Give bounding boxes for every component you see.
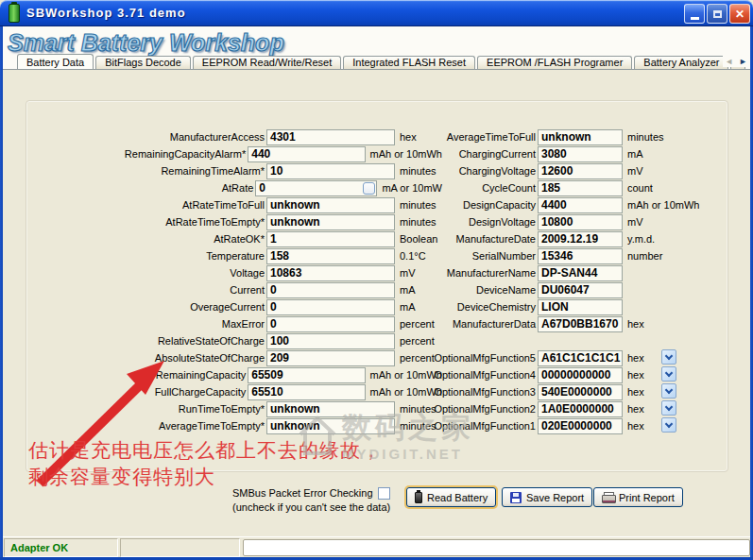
field-label: AverageTimeToEmpty* xyxy=(55,420,265,432)
floppy-disk-icon xyxy=(510,492,522,503)
field-value-input[interactable]: 12600 xyxy=(538,163,623,179)
field-row-cyclecount: CycleCount185count xyxy=(378,179,709,196)
field-unit: number xyxy=(627,250,662,262)
chevron-down-icon xyxy=(665,402,673,410)
field-value-input[interactable]: 15346 xyxy=(538,248,623,264)
print-report-button[interactable]: Print Report xyxy=(593,487,683,507)
chevron-down-icon xyxy=(665,385,673,393)
field-unit: mV xyxy=(627,216,643,228)
smbus-pec-checkbox[interactable] xyxy=(378,487,390,500)
field-value-input[interactable]: 209 xyxy=(266,350,395,366)
chevron-down-icon xyxy=(665,368,673,376)
field-row-optionalmfgfunction4: OptionalMfgFunction400000000000hex xyxy=(378,366,709,383)
field-label: OptionalMfgFunction1 xyxy=(378,420,536,432)
tab-battery-analyzer[interactable]: Battery Analyzer xyxy=(634,56,728,69)
field-unit: hex xyxy=(627,386,644,398)
tab-integrated-flash-reset[interactable]: Integrated FLASH Reset xyxy=(343,56,475,69)
field-value-input[interactable]: unknown xyxy=(538,129,623,145)
field-value-input[interactable]: unknown xyxy=(266,401,395,417)
dropdown-arrow-button[interactable] xyxy=(661,383,676,399)
dropdown-arrow-button[interactable] xyxy=(661,417,676,433)
field-value-input[interactable]: 3080 xyxy=(538,146,623,162)
field-label: AverageTimeToFull xyxy=(378,131,536,143)
field-value-input[interactable]: 0 xyxy=(266,316,395,332)
annotation-line1: 估计是充电电压怎么都上不去的缘故， xyxy=(28,437,382,464)
tab-eeprom-flash-programer[interactable]: EEPROM /FLASH Programer xyxy=(477,56,632,69)
field-value-input[interactable]: LION xyxy=(538,299,623,315)
maximize-button[interactable] xyxy=(707,4,727,24)
battery-icon xyxy=(415,492,422,503)
atrate-more-button[interactable] xyxy=(363,182,375,195)
field-value-input[interactable]: 1A0E0000000 xyxy=(538,401,623,417)
read-battery-button[interactable]: Read Battery xyxy=(406,487,496,507)
field-row-manufacturedate: ManufactureDate2009.12.19y.m.d. xyxy=(378,230,709,247)
field-label: DesignCapacity xyxy=(378,199,536,211)
window-title: SBWorkshop 3.71 demo xyxy=(26,6,186,20)
field-value-input[interactable]: 4400 xyxy=(538,197,623,213)
save-report-label: Save Report xyxy=(526,492,584,503)
field-value-input[interactable]: 440 xyxy=(248,146,365,162)
row-spacer xyxy=(378,332,709,349)
field-row-averagetimetofull: AverageTimeToFullunknownminutes xyxy=(378,128,709,145)
field-value-input[interactable]: unknown xyxy=(266,214,395,230)
tab-eeprom-read-write-reset[interactable]: EEPROM Read/Write/Reset xyxy=(193,56,341,69)
field-value-input[interactable]: 65510 xyxy=(248,384,365,400)
field-row-optionalmfgfunction3: OptionalMfgFunction3540E0000000hex xyxy=(378,383,709,400)
dropdown-arrow-button[interactable] xyxy=(661,349,676,365)
field-unit: mV xyxy=(627,165,643,177)
field-label: RemainingTimeAlarm* xyxy=(55,165,265,177)
field-value-input[interactable]: 540E0000000 xyxy=(538,384,623,400)
tab-scroll-right-icon[interactable]: ► xyxy=(739,56,747,67)
field-unit: y.m.d. xyxy=(627,233,655,245)
field-unit: hex xyxy=(627,403,644,415)
field-value-input[interactable]: unknown xyxy=(266,197,395,213)
tab-scroll-left-icon[interactable]: ◄ xyxy=(725,56,733,67)
field-label: AtRateOK* xyxy=(55,233,265,245)
field-value-input[interactable]: 10 xyxy=(266,163,395,179)
field-label: ManufacturerData xyxy=(378,318,536,330)
field-value-input[interactable]: A61C1C1C1C1 xyxy=(538,350,623,366)
field-value-input[interactable]: 158 xyxy=(266,248,395,264)
close-button[interactable]: ✕ xyxy=(729,4,750,24)
annotation-line2: 剩余容量变得特别大 xyxy=(28,464,215,490)
field-value-input[interactable]: 65509 xyxy=(248,367,365,383)
field-value-input[interactable]: 020E0000000 xyxy=(538,418,623,434)
field-value-input[interactable]: 10863 xyxy=(266,265,395,281)
tab-bitflags-decode[interactable]: BitFlags Decode xyxy=(95,56,191,69)
field-value-input[interactable]: 0 xyxy=(255,180,377,196)
field-value-input[interactable]: 185 xyxy=(538,180,623,196)
field-label: OptionalMfgFunction2 xyxy=(378,403,536,415)
field-value-input[interactable]: 1 xyxy=(266,231,395,247)
minimize-icon xyxy=(691,17,699,20)
read-battery-label: Read Battery xyxy=(427,492,488,503)
field-unit: hex xyxy=(627,420,644,432)
field-label: ManufacturerAccess xyxy=(55,131,265,143)
field-value-input[interactable]: A67D0BB1670 xyxy=(538,316,623,332)
field-value-input[interactable]: 2009.12.19 xyxy=(538,231,623,247)
dropdown-arrow-button[interactable] xyxy=(661,366,676,382)
field-value-input[interactable]: 100 xyxy=(266,333,395,349)
smbus-pec-note: (uncheck if you can't see the data) xyxy=(232,501,407,514)
field-label: AtRateTimeToEmpty* xyxy=(55,216,265,228)
field-value-input[interactable]: 4301 xyxy=(266,129,395,145)
field-unit: count xyxy=(627,182,653,194)
field-label: OverageCurrent xyxy=(55,301,265,313)
dropdown-arrow-button[interactable] xyxy=(661,400,676,416)
tab-battery-data[interactable]: Battery Data xyxy=(17,54,94,69)
field-label: MaxError xyxy=(55,318,265,330)
chevron-down-icon xyxy=(665,419,673,427)
save-report-button[interactable]: Save Report xyxy=(502,487,592,507)
field-value-input[interactable]: DP-SAN44 xyxy=(538,265,623,281)
field-unit: mAh or 10mWh xyxy=(627,199,699,211)
field-value-input[interactable]: 0 xyxy=(266,282,395,298)
field-value-input[interactable]: unknown xyxy=(266,418,395,434)
field-value-input[interactable]: 0 xyxy=(266,299,395,315)
field-unit: hex xyxy=(627,369,644,381)
status-panel-adapter: Adapter OK xyxy=(4,538,118,557)
field-value-input[interactable]: 10800 xyxy=(538,214,623,230)
field-value-input[interactable]: DU06047 xyxy=(538,282,623,298)
tab-scroll-control: ◄ ► xyxy=(723,56,749,67)
adapter-status-text: Adapter OK xyxy=(10,542,68,553)
field-value-input[interactable]: 00000000000 xyxy=(538,367,623,383)
minimize-button[interactable] xyxy=(684,4,705,24)
